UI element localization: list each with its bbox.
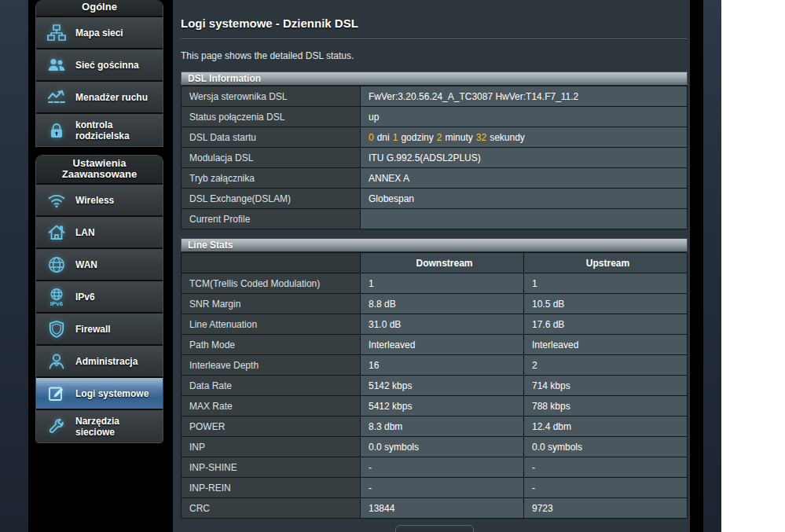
svg-text:IPv6: IPv6 <box>50 300 64 307</box>
column-header-row: Downstream Upstream <box>182 253 688 273</box>
sidebar-item-label: Administracja <box>75 356 138 367</box>
sidebar-item-label: Wireless <box>75 195 114 206</box>
sidebar-item-administracja[interactable]: Administracja <box>36 346 163 378</box>
admin-person-icon <box>46 351 67 372</box>
sidebar-item-menadzer-ruchu[interactable]: Menadżer ruchu <box>36 82 163 114</box>
downstream-value: 0.0 symbols <box>361 437 524 457</box>
row-label: Current Profile <box>182 209 361 229</box>
row-label: INP <box>182 437 361 457</box>
sidebar-item-siec-goscinna[interactable]: Sieć gościnna <box>36 50 163 82</box>
row-label: INP-REIN <box>182 478 361 498</box>
upstream-value: 17.6 dB <box>524 314 688 335</box>
row-value: ANNEX A <box>361 168 688 189</box>
shield-icon <box>46 319 67 339</box>
sidebar-item-kontrola-rodzicielska[interactable]: kontrola rodzicielska <box>36 114 163 146</box>
page-left-margin <box>0 0 28 532</box>
router-ui: Ogólne Mapa sieci <box>28 0 703 532</box>
sidebar-item-narzedzia-sieciowe[interactable]: Narzędzia sieciowe <box>36 410 163 442</box>
sidebar-item-label: Narzędzia sieciowe <box>75 416 146 438</box>
row-label: Data Rate <box>182 376 361 396</box>
corner-cell <box>182 253 361 273</box>
parental-control-lock-icon <box>46 120 67 141</box>
upstream-value: 0.0 symbols <box>524 437 688 457</box>
sidebar-item-logi-systemowe[interactable]: Logi systemowe <box>36 378 163 410</box>
upstream-value: 9723 <box>524 498 688 519</box>
system-log-edit-icon <box>46 383 67 404</box>
table-row: Wersja sterownika DSL FwVer:3.20.56.24_A… <box>182 86 688 107</box>
upstream-value: 10.5 dB <box>524 294 688 314</box>
row-value <box>361 209 688 229</box>
sidebar-section-general: Ogólne Mapa sieci <box>35 0 163 147</box>
row-label: SNR Margin <box>182 294 361 314</box>
table-row: Line Attenuation 31.0 dB 17.6 dB <box>182 314 688 335</box>
row-label: CRC <box>182 498 361 519</box>
upstream-value: 788 kbps <box>524 396 688 416</box>
sidebar-item-lan[interactable]: LAN <box>36 217 163 249</box>
row-value: Globespan <box>361 189 688 209</box>
downstream-value: - <box>361 478 524 498</box>
table-row: Tryb załącznika ANNEX A <box>182 168 688 189</box>
sidebar-item-label: LAN <box>75 227 95 238</box>
table-row: CRC 13844 9723 <box>182 498 688 519</box>
sidebar-item-label: Logi systemowe <box>75 388 149 399</box>
table-row: Current Profile <box>182 209 688 229</box>
sidebar-section-title: Ogólne <box>36 0 163 17</box>
row-label: Status połączenia DSL <box>182 107 361 127</box>
upstream-value: - <box>524 478 688 498</box>
downstream-value: 8.3 dbm <box>361 416 524 437</box>
uptime-days-unit: dni <box>377 132 390 143</box>
wifi-icon <box>46 190 67 211</box>
table-row: POWER 8.3 dbm 12.4 dbm <box>182 416 688 437</box>
page-right-margin <box>703 0 721 532</box>
refresh-button[interactable]: Odśwież <box>395 525 474 532</box>
table-row: INP-REIN - - <box>182 478 688 498</box>
downstream-value: 1 <box>361 273 524 294</box>
sidebar-item-label: Sieć gościnna <box>75 60 139 71</box>
sidebar-item-label: Menadżer ruchu <box>75 92 148 103</box>
downstream-value: 31.0 dB <box>361 314 524 335</box>
row-label: DSL Exchange(DSLAM) <box>182 189 361 209</box>
row-label: Tryb załącznika <box>182 168 361 189</box>
downstream-value: 13844 <box>361 498 524 519</box>
uptime-seconds-unit: sekundy <box>490 132 525 143</box>
row-label: Path Mode <box>182 335 361 355</box>
table-row: Modulacja DSL ITU G.992.5(ADSL2PLUS) <box>182 148 688 168</box>
upstream-value: 12.4 dbm <box>524 416 688 437</box>
row-label: Interleave Depth <box>182 355 361 376</box>
upstream-value: Interleaved <box>524 335 688 355</box>
row-label: Line Attenuation <box>182 314 361 335</box>
sidebar-item-label: Mapa sieci <box>75 28 123 39</box>
sidebar-item-wireless[interactable]: Wireless <box>36 185 163 217</box>
downstream-value: - <box>361 457 524 478</box>
sidebar-item-label: IPv6 <box>75 292 95 303</box>
uptime-value: 0dni1godziny2minuty32sekundy <box>361 127 688 148</box>
sidebar-item-label: kontrola rodzicielska <box>75 119 154 141</box>
line-stats-header: Line Stats <box>181 238 688 252</box>
page-description: This page shows the detailed DSL status. <box>181 50 690 61</box>
downstream-value: 16 <box>361 355 524 376</box>
upstream-value: 714 kbps <box>524 376 688 396</box>
table-row: TCM(Trellis Coded Modulation) 1 1 <box>182 273 688 294</box>
uptime-hours-unit: godziny <box>401 132 433 143</box>
router-admin-page: Ogólne Mapa sieci <box>0 0 785 532</box>
table-row: Path Mode Interleaved Interleaved <box>182 335 688 355</box>
globe-icon <box>46 255 67 275</box>
sidebar-item-label: WAN <box>75 259 97 270</box>
downstream-value: Interleaved <box>361 335 524 355</box>
sidebar-item-ipv6[interactable]: IPv6 IPv6 <box>36 281 163 314</box>
sidebar-item-firewall[interactable]: Firewall <box>36 314 163 346</box>
ipv6-globe-icon: IPv6 <box>46 287 67 307</box>
upstream-value: 1 <box>524 273 688 294</box>
table-row: SNR Margin 8.8 dB 10.5 dB <box>182 294 688 314</box>
button-row: Odśwież <box>181 525 688 532</box>
sidebar-item-mapa-sieci[interactable]: Mapa sieci <box>36 17 163 50</box>
row-value: FwVer:3.20.56.24_A_TC3087 HwVer:T14.F7_1… <box>361 86 688 107</box>
sidebar-item-wan[interactable]: WAN <box>36 249 163 281</box>
table-row: MAX Rate 5412 kbps 788 kbps <box>182 396 688 416</box>
line-stats-table: Downstream Upstream TCM(Trellis Coded Mo… <box>181 252 688 519</box>
table-row: DSL Exchange(DSLAM) Globespan <box>182 189 688 209</box>
table-row: INP-SHINE - - <box>182 457 688 478</box>
downstream-value: 5412 kbps <box>361 396 524 416</box>
table-row: DSL Data startu 0dni1godziny2minuty32sek… <box>182 127 688 148</box>
sidebar-section-title: Ustawienia Zaawansowane <box>36 156 163 185</box>
